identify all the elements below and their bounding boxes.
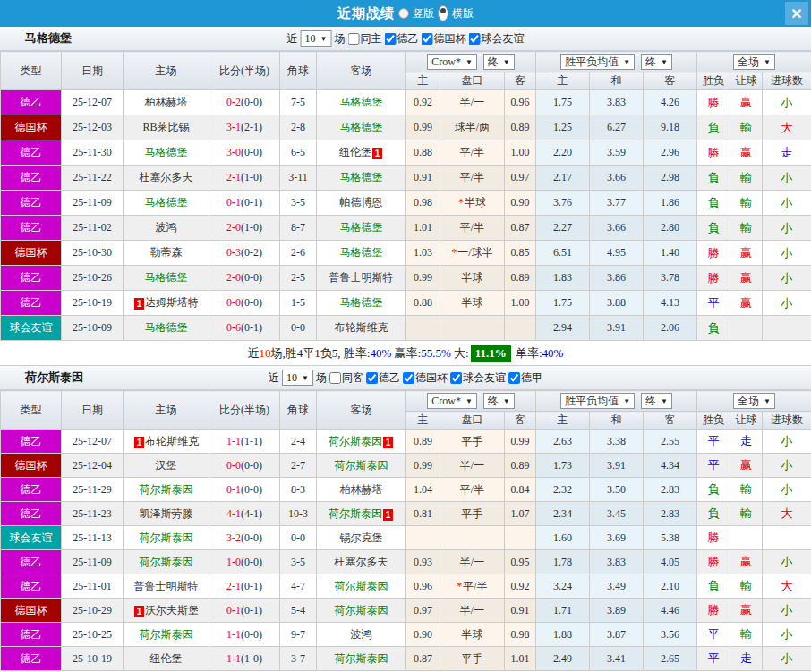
near-label: 近 bbox=[287, 31, 298, 47]
league-checkbox-label: 德甲 bbox=[521, 370, 542, 386]
handicap-cell: 平/半 bbox=[440, 166, 505, 191]
match-count-select[interactable]: 10▼ bbox=[282, 370, 313, 386]
result-cell: 負 bbox=[697, 216, 730, 241]
league-checkbox[interactable]: 球会友谊 bbox=[468, 31, 524, 47]
mean-select[interactable]: 胜平负均值▼ bbox=[560, 393, 635, 409]
same-venue-checkbox[interactable]: 同主 bbox=[347, 31, 381, 47]
score-cell: 0-1(0-1) bbox=[209, 599, 280, 623]
odds-final-select[interactable]: 终▼ bbox=[483, 393, 515, 409]
col-odds-home: 主 bbox=[406, 412, 440, 430]
odds-away-cell: 0.90 bbox=[505, 191, 536, 216]
odds-provider-select[interactable]: Crow*▼ bbox=[427, 54, 477, 70]
chevron-down-icon: ▼ bbox=[661, 397, 668, 405]
mean-home-cell: 1.60 bbox=[536, 526, 590, 550]
league-checkbox[interactable]: 球会友谊 bbox=[450, 370, 506, 386]
table-row: 德乙 25-11-23 凯泽斯劳滕 4-1(4-1) 10-3 荷尔斯泰因1 0… bbox=[1, 502, 811, 526]
league-checkbox[interactable]: 德乙 bbox=[384, 31, 418, 47]
matches-label: 场 bbox=[316, 370, 327, 386]
mean-away-cell: 2.80 bbox=[644, 216, 697, 241]
fulltime-score: 3-2 bbox=[226, 532, 241, 544]
match-count-select[interactable]: 10▼ bbox=[301, 30, 332, 47]
odds-home-cell: 0.98 bbox=[406, 191, 440, 216]
mean-final-select[interactable]: 终▼ bbox=[641, 393, 672, 409]
title-bar: 近期战绩 竖版 横版 ✕ bbox=[0, 0, 811, 27]
corner-cell: 2-5 bbox=[280, 266, 317, 291]
odds-provider-select[interactable]: Crow*▼ bbox=[427, 393, 477, 409]
mean-home-cell: 1.78 bbox=[536, 550, 590, 574]
mean-away-cell: 4.05 bbox=[644, 550, 697, 574]
fulltime-score: 0-1 bbox=[226, 604, 241, 617]
mean-away-cell: 1.86 bbox=[644, 191, 697, 216]
odds-away-cell: 0.89 bbox=[505, 266, 536, 291]
home-team-cell: 马格德堡 bbox=[124, 191, 209, 216]
home-team-cell: 荷尔斯泰因 bbox=[124, 526, 209, 550]
odds-final-value: 终 bbox=[488, 394, 499, 409]
corner-cell: 0-0 bbox=[280, 526, 317, 550]
mean-away-cell: 2.10 bbox=[644, 574, 697, 599]
table-row: 球会友谊 25-11-13 荷尔斯泰因 3-2(0-0) 0-0 锡尔克堡 1.… bbox=[1, 526, 811, 550]
score-cell: 0-1(0-0) bbox=[209, 478, 280, 502]
league-checkbox[interactable]: 德国杯 bbox=[421, 31, 465, 47]
mean-select[interactable]: 胜平负均值▼ bbox=[560, 54, 635, 70]
odds-away-cell: 0.95 bbox=[505, 550, 536, 574]
result-cell: 勝 bbox=[697, 526, 730, 550]
league-type-badge: 球会友谊 bbox=[1, 316, 62, 341]
league-checkbox-label: 球会友谊 bbox=[481, 31, 524, 47]
close-button[interactable]: ✕ bbox=[785, 2, 808, 25]
match-date: 25-12-03 bbox=[62, 115, 124, 140]
team-section: 马格德堡 近 10▼ 场 同主 德乙 德国杯 球会友谊 类型 日期 主场 bbox=[0, 27, 811, 366]
col-score: 比分(半场) bbox=[209, 391, 280, 430]
mean-away-cell: 2.65 bbox=[644, 647, 697, 671]
odds-away-cell: 0.99 bbox=[505, 430, 536, 454]
horizontal-layout-radio[interactable] bbox=[438, 5, 448, 21]
league-checkbox-input[interactable] bbox=[403, 372, 414, 384]
odds-home-cell bbox=[406, 316, 440, 341]
odds-group-header: Crow*▼ 终▼ bbox=[406, 52, 536, 72]
league-checkbox[interactable]: 德甲 bbox=[508, 370, 542, 386]
league-checkbox-input[interactable] bbox=[450, 372, 462, 384]
mean-final-select[interactable]: 终▼ bbox=[641, 54, 672, 70]
handicap-cell: 平/半 bbox=[440, 140, 505, 166]
chevron-down-icon: ▼ bbox=[623, 58, 630, 66]
goals-result-cell: 小 bbox=[763, 599, 811, 623]
table-row: 德乙 25-11-09 荷尔斯泰因 1-0(0-0) 3-5 杜塞尔多夫 0.9… bbox=[1, 550, 811, 574]
match-date: 25-12-07 bbox=[62, 90, 124, 115]
vertical-layout-label[interactable]: 竖版 bbox=[413, 6, 434, 21]
full-match-value: 全场 bbox=[738, 394, 759, 409]
col-odds-away: 客 bbox=[505, 72, 536, 90]
odds-away-cell: 0.97 bbox=[505, 166, 536, 191]
league-checkbox[interactable]: 德乙 bbox=[366, 370, 400, 386]
league-type-badge: 德乙 bbox=[1, 191, 62, 216]
same-venue-checkbox[interactable]: 同客 bbox=[329, 370, 363, 386]
fulltime-score: 0-3 bbox=[226, 246, 241, 259]
summary-win-rate: 40% bbox=[370, 346, 391, 361]
horizontal-layout-label[interactable]: 横版 bbox=[452, 6, 474, 21]
league-checkbox-input[interactable] bbox=[384, 33, 396, 45]
col-date: 日期 bbox=[62, 391, 124, 430]
same-venue-checkbox-input[interactable] bbox=[329, 372, 341, 384]
odds-final-select[interactable]: 终▼ bbox=[483, 54, 515, 70]
league-checkbox-input[interactable] bbox=[421, 33, 432, 45]
fulltime-score: 0-1 bbox=[226, 196, 241, 208]
league-checkbox-input[interactable] bbox=[468, 33, 480, 45]
full-match-select[interactable]: 全场▼ bbox=[733, 393, 775, 409]
col-mean-home: 主 bbox=[536, 412, 590, 430]
vertical-layout-radio[interactable] bbox=[398, 8, 409, 19]
chevron-down-icon: ▼ bbox=[661, 58, 668, 66]
league-checkbox-label: 德乙 bbox=[379, 370, 400, 386]
odds-away-cell: 0.89 bbox=[505, 454, 536, 478]
score-cell: 3-0(0-0) bbox=[209, 140, 280, 166]
full-match-select[interactable]: 全场▼ bbox=[733, 54, 775, 70]
col-result: 胜负 bbox=[697, 72, 730, 90]
handicap-result-cell: 赢 bbox=[730, 266, 763, 291]
league-checkbox-input[interactable] bbox=[366, 372, 378, 384]
handicap-cell: *一/球半 bbox=[440, 241, 505, 266]
odds-provider-value: Crow* bbox=[431, 55, 461, 69]
handicap-cell: 半/一 bbox=[440, 550, 505, 574]
home-team-cell: 荷尔斯泰因 bbox=[124, 550, 209, 574]
mean-draw-cell: 3.89 bbox=[590, 599, 644, 623]
same-venue-checkbox-input[interactable] bbox=[347, 33, 359, 45]
home-team-cell: RB莱比锡 bbox=[124, 115, 209, 140]
league-checkbox[interactable]: 德国杯 bbox=[403, 370, 448, 386]
league-checkbox-input[interactable] bbox=[508, 372, 520, 384]
